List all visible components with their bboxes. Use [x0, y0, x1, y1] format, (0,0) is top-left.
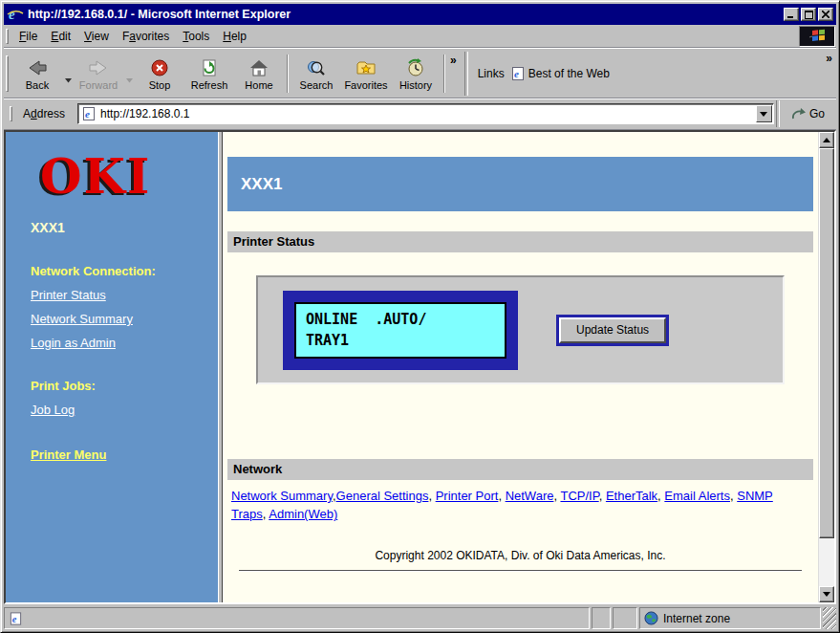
menu-help[interactable]: Help	[216, 27, 253, 46]
vertical-scrollbar[interactable]	[818, 132, 834, 602]
printer-lcd-bezel: ONLINE .AUTO/ TRAY1	[283, 291, 518, 370]
network-link-general-settings[interactable]: General Settings	[336, 489, 429, 503]
sidebar-link-job-log[interactable]: Job Log	[31, 403, 75, 417]
forward-button: Forward	[74, 56, 123, 91]
footer-divider	[239, 570, 802, 572]
printer-lcd-display: ONLINE .AUTO/ TRAY1	[294, 302, 506, 359]
page-title: XXX1	[227, 157, 813, 211]
links-band-divider[interactable]	[464, 52, 468, 96]
menu-tools[interactable]: Tools	[176, 27, 216, 46]
printer-status-panel: ONLINE .AUTO/ TRAY1 Update Status	[256, 275, 785, 384]
favorites-button[interactable]: Favorites	[341, 50, 391, 98]
sidebar: OKI XXX1 Network Connection: Printer Sta…	[6, 132, 218, 602]
sidebar-link-printer-status[interactable]: Printer Status	[31, 288, 106, 302]
sidebar-device-name: XXX1	[31, 220, 208, 235]
svg-text:e: e	[85, 108, 90, 120]
links-bar: Links e Best of the Web »	[470, 50, 836, 98]
home-button[interactable]: Home	[234, 50, 284, 98]
svg-text:e: e	[9, 7, 15, 22]
network-link-network-summary[interactable]: Network Summary	[231, 489, 333, 503]
ie-logo-icon[interactable]: e	[7, 7, 24, 22]
address-input[interactable]: e http://192.168.0.1	[77, 103, 774, 124]
network-link-printer-port[interactable]: Printer Port	[436, 489, 499, 503]
toolbar: Back Forward Stop Refresh	[4, 48, 836, 98]
links-item-best-of-the-web[interactable]: e Best of the Web	[510, 66, 610, 81]
address-bar: Address e http://192.168.0.1 Go	[4, 98, 836, 130]
toolbar-grab-handle[interactable]	[6, 55, 9, 92]
scroll-up-button[interactable]	[819, 132, 834, 148]
network-link-tcpip[interactable]: TCP/IP	[560, 489, 598, 503]
status-bar: e Internet zone	[4, 604, 836, 629]
close-button[interactable]	[818, 8, 833, 21]
network-links: Network Summary,General Settings, Printe…	[231, 487, 810, 523]
update-status-button-outline: Update Status	[556, 315, 669, 346]
menu-view[interactable]: View	[77, 27, 116, 46]
lcd-line-1: ONLINE .AUTO/	[306, 311, 426, 328]
maximize-button[interactable]	[801, 8, 816, 21]
oki-logo: OKI	[40, 153, 208, 201]
network-link-netware[interactable]: NetWare	[506, 489, 554, 503]
scroll-down-button[interactable]	[819, 586, 834, 602]
sidebar-link-network-summary[interactable]: Network Summary	[31, 312, 133, 326]
sidebar-link-login-as-admin[interactable]: Login as Admin	[31, 336, 116, 350]
arrow-down-icon	[823, 592, 830, 597]
scrollbar-track[interactable]	[819, 538, 834, 586]
search-button[interactable]: Search	[291, 50, 341, 98]
links-label: Links	[478, 67, 505, 80]
globe-icon	[644, 611, 658, 625]
network-link-admin-web[interactable]: Admin(Web)	[269, 507, 337, 521]
update-status-button[interactable]: Update Status	[559, 317, 666, 343]
sidebar-link-printer-menu[interactable]: Printer Menu	[31, 447, 106, 462]
history-icon	[405, 58, 426, 77]
svg-text:e: e	[514, 68, 519, 79]
back-icon	[27, 58, 48, 77]
svg-text:e: e	[12, 613, 17, 623]
browser-viewport: OKI XXX1 Network Connection: Printer Sta…	[4, 130, 836, 604]
go-divider	[776, 100, 780, 127]
menu-file[interactable]: File	[12, 27, 44, 46]
ie-page-icon: e	[81, 106, 97, 121]
back-dropdown-caret[interactable]	[62, 65, 74, 83]
browser-window: e http://192.168.0.1/ - Microsoft Intern…	[0, 0, 840, 633]
addressbar-grab-handle[interactable]	[10, 106, 12, 121]
sidebar-heading-network-connection: Network Connection:	[31, 264, 208, 278]
stop-button[interactable]: Stop	[135, 50, 184, 98]
refresh-button[interactable]: Refresh	[184, 50, 234, 98]
address-url[interactable]: http://192.168.0.1	[100, 107, 756, 120]
copyright-text: Copyright 2002 OKIDATA, Div. of Oki Data…	[227, 549, 813, 562]
toolbar-overflow-chevron[interactable]: »	[448, 50, 463, 67]
menu-favorites[interactable]: Favorites	[116, 27, 176, 46]
back-button[interactable]: Back	[12, 56, 62, 91]
toolbar-separator	[443, 55, 445, 93]
arrow-up-icon	[823, 138, 830, 142]
chevron-down-icon	[760, 112, 767, 117]
go-arrow-icon	[791, 107, 807, 120]
history-button[interactable]: History	[391, 50, 441, 98]
home-icon	[248, 58, 269, 77]
links-overflow-chevron[interactable]: »	[826, 52, 832, 65]
network-link-ethertalk[interactable]: EtherTalk	[606, 489, 657, 503]
search-icon	[306, 58, 327, 77]
network-link-email-alerts[interactable]: Email Alerts	[664, 489, 730, 503]
ie-page-icon: e	[9, 611, 23, 626]
resize-grip[interactable]	[823, 607, 836, 629]
sidebar-heading-print-jobs: Print Jobs:	[31, 379, 208, 393]
forward-dropdown-caret	[123, 65, 135, 83]
windows-flag-throbber-icon	[799, 26, 835, 47]
main-frame: XXX1 Printer Status ONLINE .AUTO/ TRAY1 …	[223, 132, 818, 602]
network-section-header: Network	[227, 459, 813, 480]
scrollbar-thumb[interactable]	[819, 148, 834, 538]
address-dropdown-button[interactable]	[756, 105, 772, 122]
status-zone-pane: Internet zone	[639, 607, 821, 629]
menubar-grab-handle[interactable]	[6, 29, 9, 44]
favorites-icon	[355, 58, 377, 77]
status-pane-spacer-2	[613, 607, 637, 629]
go-button[interactable]: Go	[786, 105, 832, 122]
menu-edit[interactable]: Edit	[44, 27, 77, 46]
title-bar: e http://192.168.0.1/ - Microsoft Intern…	[4, 4, 836, 25]
status-zone-text: Internet zone	[663, 612, 730, 625]
status-pane-main: e	[4, 607, 590, 629]
ie-page-icon: e	[510, 66, 526, 81]
refresh-icon	[199, 58, 220, 77]
minimize-button[interactable]	[784, 8, 799, 21]
